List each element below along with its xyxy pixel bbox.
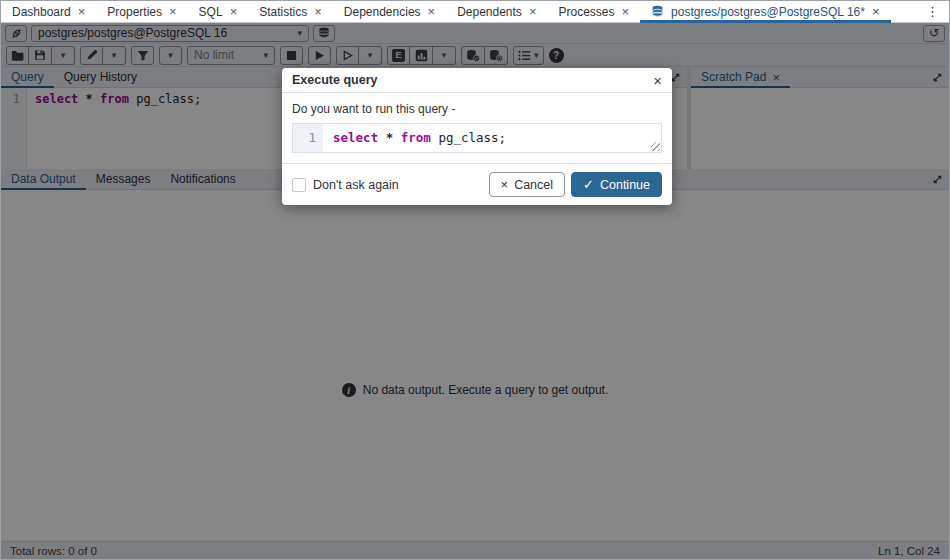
tab-label: Properties [107, 5, 162, 19]
dialog-gutter: 1 [293, 124, 323, 152]
execute-query-dialog: Execute query × Do you want to run this … [282, 68, 672, 205]
dialog-code-line: select * from pg_class; [323, 124, 661, 152]
resize-handle[interactable] [651, 142, 660, 151]
database-icon [651, 5, 664, 18]
dialog-body: Do you want to run this query - 1 select… [282, 93, 672, 163]
tab-label: Dependencies [344, 5, 421, 19]
dialog-prompt: Do you want to run this query - [292, 102, 662, 116]
tab-sql[interactable]: SQL × [188, 1, 249, 22]
close-icon[interactable]: × [622, 5, 630, 18]
close-icon[interactable]: × [78, 5, 86, 18]
tab-label: Dependents [457, 5, 522, 19]
close-icon[interactable]: × [428, 5, 436, 18]
tab-processes[interactable]: Processes × [547, 1, 640, 22]
tab-dependencies[interactable]: Dependencies × [333, 1, 446, 22]
continue-button-label: Continue [600, 178, 650, 192]
dialog-header: Execute query × [282, 68, 672, 93]
line-number: 1 [308, 130, 316, 145]
tab-menu-kebab-icon[interactable]: ⋮ [916, 1, 949, 22]
check-icon: ✓ [583, 178, 594, 191]
tab-bar-spacer [891, 1, 916, 22]
sql-star: * [386, 130, 394, 145]
continue-button[interactable]: ✓ Continue [571, 172, 662, 197]
tab-properties[interactable]: Properties × [96, 1, 187, 22]
dialog-query-preview: 1 select * from pg_class; [292, 123, 662, 153]
tab-query-tool-active[interactable]: postgres/postgres@PostgreSQL 16* × [640, 1, 890, 22]
close-icon[interactable]: × [169, 5, 177, 18]
close-icon[interactable]: × [314, 5, 322, 18]
sql-identifier: pg_class; [438, 130, 506, 145]
tab-dependents[interactable]: Dependents × [446, 1, 547, 22]
dont-ask-again-option[interactable]: Don't ask again [292, 178, 489, 192]
close-icon[interactable]: × [653, 73, 662, 88]
tab-dashboard[interactable]: Dashboard × [1, 1, 96, 22]
tab-label: postgres/postgres@PostgreSQL 16* [671, 5, 865, 19]
tab-label: SQL [199, 5, 223, 19]
sql-keyword: from [401, 130, 431, 145]
dialog-title: Execute query [292, 73, 653, 87]
cancel-button-label: Cancel [514, 178, 553, 192]
close-icon[interactable]: × [872, 5, 880, 18]
cancel-button[interactable]: × Cancel [489, 172, 566, 197]
window-tab-bar: Dashboard × Properties × SQL × Statistic… [1, 1, 949, 23]
sql-keyword: select [333, 130, 378, 145]
close-icon: × [501, 178, 509, 191]
dialog-footer: Don't ask again × Cancel ✓ Continue [282, 163, 672, 205]
tab-statistics[interactable]: Statistics × [248, 1, 333, 22]
tab-label: Statistics [259, 5, 307, 19]
close-icon[interactable]: × [230, 5, 238, 18]
tab-label: Processes [558, 5, 614, 19]
dont-ask-again-checkbox[interactable] [292, 178, 306, 192]
tab-label: Dashboard [12, 5, 71, 19]
dont-ask-again-label: Don't ask again [313, 178, 399, 192]
close-icon[interactable]: × [529, 5, 537, 18]
